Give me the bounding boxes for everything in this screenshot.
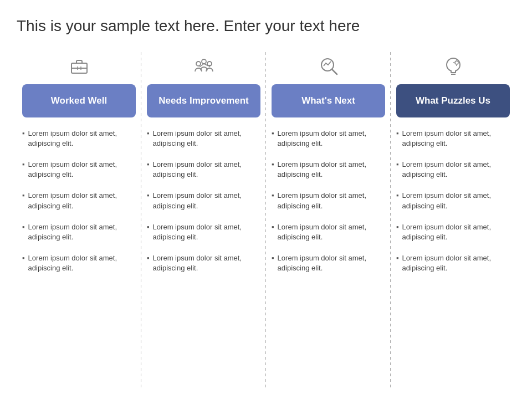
list-item: Lorem ipsum dolor sit amet, adipiscing e… bbox=[147, 253, 260, 273]
whats-next-list: Lorem ipsum dolor sit amet, adipiscing e… bbox=[272, 129, 385, 285]
column-what-puzzles-us: What Puzzles UsLorem ipsum dolor sit ame… bbox=[391, 52, 515, 388]
list-item: Lorem ipsum dolor sit amet, adipiscing e… bbox=[396, 253, 510, 273]
needs-improvement-header: Needs Improvement bbox=[147, 84, 260, 117]
whats-next-header: What's Next bbox=[272, 84, 385, 117]
list-item: Lorem ipsum dolor sit amet, adipiscing e… bbox=[272, 191, 385, 211]
list-item: Lorem ipsum dolor sit amet, adipiscing e… bbox=[272, 129, 385, 149]
worked-well-header: Worked Well bbox=[22, 84, 136, 117]
worked-well-list: Lorem ipsum dolor sit amet, adipiscing e… bbox=[22, 129, 136, 285]
column-needs-improvement: Needs ImprovementLorem ipsum dolor sit a… bbox=[141, 52, 266, 388]
columns-container: Worked WellLorem ipsum dolor sit amet, a… bbox=[17, 52, 515, 388]
what-puzzles-us-list: Lorem ipsum dolor sit amet, adipiscing e… bbox=[396, 129, 510, 285]
list-item: Lorem ipsum dolor sit amet, adipiscing e… bbox=[272, 222, 385, 242]
list-item: Lorem ipsum dolor sit amet, adipiscing e… bbox=[147, 222, 260, 242]
column-whats-next: What's NextLorem ipsum dolor sit amet, a… bbox=[266, 52, 391, 388]
list-item: Lorem ipsum dolor sit amet, adipiscing e… bbox=[396, 191, 510, 211]
list-item: Lorem ipsum dolor sit amet, adipiscing e… bbox=[396, 160, 510, 180]
column-worked-well: Worked WellLorem ipsum dolor sit amet, a… bbox=[17, 52, 141, 388]
svg-point-5 bbox=[202, 59, 206, 64]
list-item: Lorem ipsum dolor sit amet, adipiscing e… bbox=[22, 191, 136, 211]
page: This is your sample text here. Enter you… bbox=[0, 0, 532, 399]
whats-next-icon bbox=[319, 52, 339, 80]
worked-well-icon bbox=[69, 52, 89, 80]
list-item: Lorem ipsum dolor sit amet, adipiscing e… bbox=[272, 253, 385, 273]
list-item: Lorem ipsum dolor sit amet, adipiscing e… bbox=[147, 129, 260, 149]
list-item: Lorem ipsum dolor sit amet, adipiscing e… bbox=[22, 129, 136, 149]
svg-point-11 bbox=[455, 61, 458, 64]
list-item: Lorem ipsum dolor sit amet, adipiscing e… bbox=[396, 222, 510, 242]
svg-point-4 bbox=[196, 62, 201, 66]
needs-improvement-icon bbox=[194, 52, 214, 80]
list-item: Lorem ipsum dolor sit amet, adipiscing e… bbox=[147, 191, 260, 211]
list-item: Lorem ipsum dolor sit amet, adipiscing e… bbox=[22, 253, 136, 273]
list-item: Lorem ipsum dolor sit amet, adipiscing e… bbox=[147, 160, 260, 180]
what-puzzles-us-icon bbox=[443, 52, 463, 80]
list-item: Lorem ipsum dolor sit amet, adipiscing e… bbox=[22, 160, 136, 180]
svg-line-9 bbox=[332, 69, 337, 74]
list-item: Lorem ipsum dolor sit amet, adipiscing e… bbox=[272, 160, 385, 180]
what-puzzles-us-header: What Puzzles Us bbox=[396, 84, 510, 117]
needs-improvement-list: Lorem ipsum dolor sit amet, adipiscing e… bbox=[147, 129, 260, 285]
list-item: Lorem ipsum dolor sit amet, adipiscing e… bbox=[396, 129, 510, 149]
page-title: This is your sample text here. Enter you… bbox=[17, 17, 515, 35]
list-item: Lorem ipsum dolor sit amet, adipiscing e… bbox=[22, 222, 136, 242]
